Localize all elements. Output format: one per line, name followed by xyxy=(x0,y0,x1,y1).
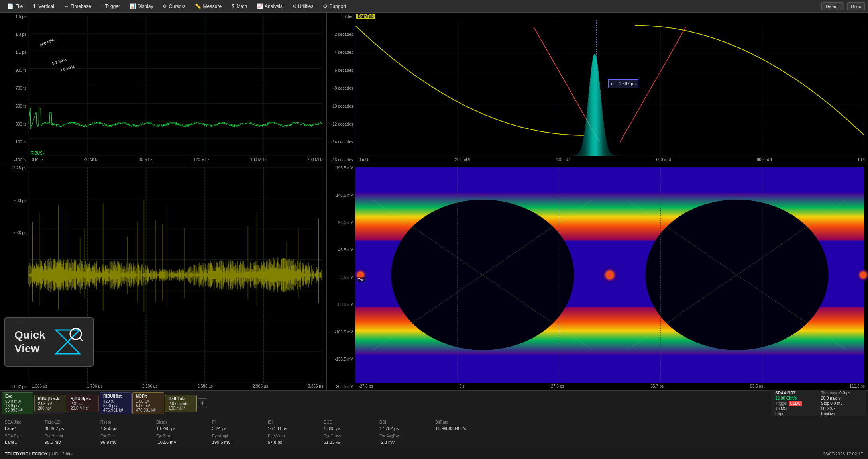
analysis-icon: 📈 xyxy=(257,3,263,9)
div-info: 20.0 µs/div xyxy=(821,396,862,400)
menu-vertical[interactable]: ⬆ Vertical xyxy=(28,2,58,11)
menu-bar: 📄 File ⬆ Vertical ↔ Timebase ↑ Trigger 📊… xyxy=(0,0,868,13)
spectrum-y-axis: 1.5 ps 1.3 ps 1.1 ps 900 fs 700 fs 500 f… xyxy=(0,13,29,164)
spectrum-x-axis: 0 MHz 40 MHz 80 MHz 120 MHz 160 MHz 200 … xyxy=(29,157,326,164)
tab-bathtub[interactable]: BathTub 2.0 decades 100 mUI/ xyxy=(165,395,197,412)
svg-line-2 xyxy=(80,338,83,341)
quick-view-overlay: QuickView xyxy=(4,317,94,367)
spectrum-panel: 1.5 ps 1.3 ps 1.1 ps 900 fs 700 fs 500 f… xyxy=(0,13,327,164)
tab-nqfit[interactable]: NQFit 1.00 Q/ 5.00 ps/ 476.931 k# xyxy=(132,392,164,414)
right-info-panel: SDAX:NRZ Timebase 0.0 µs 12.00 Gbit/s 20… xyxy=(771,388,866,419)
top-panels-row: 1.5 ps 1.3 ps 1.1 ps 900 fs 700 fs 500 f… xyxy=(0,13,868,164)
measure-icon: 📏 xyxy=(195,3,201,9)
gs-info: 80 GS/s xyxy=(821,406,862,411)
jitter-x-axis: 1.386 µs 1.786 µs 2.186 µs 2.586 µs 2.98… xyxy=(29,383,326,390)
tab-rbu-spec[interactable]: RjBU|Spec 200 fs/ 20.0 MHz/ xyxy=(67,395,99,412)
bathtub-annotation: σ = 1.697 ps xyxy=(608,79,638,88)
bathtub-x-axis: 0 mUI 200 mUI 400 mUI 600 mUI 800 mUI 1 … xyxy=(355,157,868,164)
bathtub-panel: 0 dec -2 decades -4 decades -6 decades -… xyxy=(327,13,868,164)
channel-tabs-bar: Eye 50.0 mV/ 13.9 ps/ 56.993 k# RjBU|Tra… xyxy=(0,390,868,416)
main-content: 1.5 ps 1.3 ps 1.1 ps 900 fs 700 fs 500 f… xyxy=(0,13,868,459)
menu-support[interactable]: ⚙ Support xyxy=(319,2,350,11)
spectrum-channel-label: RjBUS≈ xyxy=(29,151,46,156)
middle-panels-row: 12.28 ps 9.33 ps 6.38 ps -5.42 ps -8.37 … xyxy=(0,164,868,390)
utilities-icon: ✕ xyxy=(292,3,297,9)
timebase-icon: ↔ xyxy=(64,3,69,9)
jitter-panel: 12.28 ps 9.33 ps 6.38 ps -5.42 ps -8.37 … xyxy=(0,164,327,390)
bottom-bar: TELEDYNE LECROY | HD 12 bits 28/07/2023 … xyxy=(0,448,868,459)
menu-file[interactable]: 📄 File xyxy=(3,2,27,11)
positive-info: Positive xyxy=(821,412,862,416)
file-icon: 📄 xyxy=(7,3,14,9)
menu-analysis[interactable]: 📈 Analysis xyxy=(253,2,287,11)
gbit-rate: 12.00 Gbit/s xyxy=(775,396,816,400)
support-icon: ⚙ xyxy=(323,3,328,9)
eye-measurements-data-row: Lane1 95.5 mV 96.9 mV -102.6 mV 199.5 mV… xyxy=(5,439,863,445)
menu-timebase[interactable]: ↔ Timebase xyxy=(60,2,95,11)
eye-y-axis: 196.5 mV 146.5 mV 96.5 mV 46.5 mV -3.5 m… xyxy=(327,164,355,390)
measurements-data-row-1: Lane1 40.667 ps 1.955 ps 13.298 ps 3.24 … xyxy=(5,425,863,432)
measurements-area: SDA Jitter Ti(1e-12) Ri(sp) Di(sp) Pi IS… xyxy=(5,419,863,445)
display-icon: 📊 xyxy=(130,3,136,9)
svg-marker-0 xyxy=(56,330,80,354)
status-bar: SDA Jitter Ti(1e-12) Ri(sp) Di(sp) Pi IS… xyxy=(0,416,868,448)
tab-rbu-track[interactable]: RjBU|Track 2.95 ps/ 200 ns/ xyxy=(34,395,66,412)
menu-display[interactable]: 📊 Display xyxy=(126,2,157,11)
bathtub-channel-label: BathTub xyxy=(356,14,375,19)
default-button[interactable]: Default xyxy=(821,2,844,10)
edge-info: Edge xyxy=(775,412,816,416)
quick-view-icon xyxy=(52,326,84,358)
bathtub-y-axis: 0 dec -2 decades -4 decades -6 decades -… xyxy=(327,13,355,164)
menu-math[interactable]: ∑ Math xyxy=(227,2,251,11)
tab-eye[interactable]: Eye 50.0 mV/ 13.9 ps/ 56.993 k# xyxy=(2,392,33,414)
measurements-header-row: SDA Jitter Ti(1e-12) Ri(sp) Di(sp) Pi IS… xyxy=(5,419,863,425)
quick-view-label: QuickView xyxy=(14,328,45,355)
brand-name: TELEDYNE LECROY xyxy=(5,451,48,456)
menu-cursors[interactable]: ✥ Cursors xyxy=(159,2,189,11)
eye-diagram-panel: 196.5 mV 146.5 mV 96.5 mV 46.5 mV -3.5 m… xyxy=(327,164,868,390)
ms-info: 16 MS xyxy=(775,406,816,411)
menu-utilities[interactable]: ✕ Utilities xyxy=(288,2,318,11)
menu-trigger[interactable]: ↑ Trigger xyxy=(97,2,124,11)
math-icon: ∑ xyxy=(231,3,235,9)
signal-type: SDAX:NRZ xyxy=(775,391,816,395)
trigger-info: Trigger C1DC xyxy=(775,401,816,406)
eye-measurements-header-row: SDA Eye EyeHeight EyeOne EyeZero EyeAmpl… xyxy=(5,433,863,439)
trigger-icon: ↑ xyxy=(101,3,104,9)
eye-x-axis: -27.8 ps 0's 27.8 ps 55.7 ps 83.5 ps 111… xyxy=(355,383,868,390)
menu-measure[interactable]: 📏 Measure xyxy=(191,2,226,11)
undo-button[interactable]: Undo xyxy=(847,2,865,10)
timestamp: 28/07/2023 17:02:17 xyxy=(823,451,863,456)
tab-rbu-hist[interactable]: RjBU|Hist 420 #/ 5.00 ps/ 476.931 k# xyxy=(100,392,132,414)
eye-channel-label: Eye xyxy=(356,277,365,282)
vertical-icon: ⬆ xyxy=(32,3,37,9)
stop-info: Stop 0.0 mV xyxy=(821,401,862,406)
timebase-info: Timebase 0.0 µs xyxy=(821,391,862,395)
add-tab-button[interactable]: + xyxy=(198,398,207,408)
cursors-icon: ✥ xyxy=(163,3,167,9)
model-info: HD 12 bits xyxy=(52,451,72,456)
